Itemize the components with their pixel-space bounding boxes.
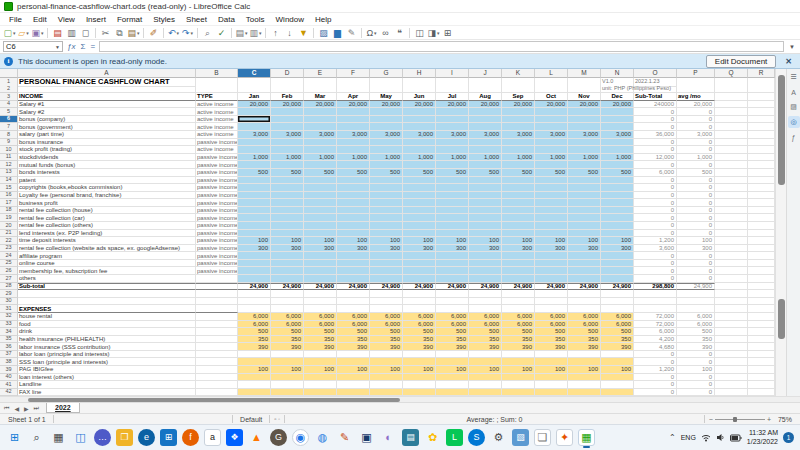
taskbar-task-view-icon[interactable]: ▦ — [50, 429, 67, 446]
value-cell[interactable] — [271, 146, 304, 154]
value-cell[interactable]: 6,000 — [535, 321, 568, 329]
value-cell[interactable] — [238, 389, 271, 396]
avg-header-cell[interactable]: avg /mo — [677, 93, 715, 101]
value-cell[interactable] — [403, 267, 436, 275]
row-header-4[interactable]: 4 — [0, 101, 18, 109]
value-cell[interactable]: 6,000 — [469, 321, 502, 329]
value-cell[interactable]: 350 — [304, 336, 337, 344]
taskbar-virtualbox-icon[interactable]: ▣ — [358, 429, 375, 446]
value-cell[interactable] — [337, 267, 370, 275]
value-cell[interactable]: 6,000 — [502, 321, 535, 329]
value-cell[interactable] — [535, 222, 568, 230]
subtotal-cell[interactable]: 0 — [634, 267, 677, 275]
row-header-38[interactable]: 38 — [0, 358, 18, 366]
zoom-slider[interactable]: − + — [709, 416, 771, 423]
value-cell[interactable] — [271, 381, 304, 389]
cell[interactable] — [238, 86, 271, 94]
value-cell[interactable] — [238, 108, 271, 116]
value-cell[interactable] — [568, 275, 601, 283]
value-cell[interactable] — [535, 389, 568, 396]
row-header-26[interactable]: 26 — [0, 267, 18, 275]
row-label-cell[interactable]: rental fee collection (car) — [18, 214, 196, 222]
value-cell[interactable]: 300 — [271, 245, 304, 253]
value-cell[interactable]: 390 — [403, 343, 436, 351]
value-cell[interactable] — [436, 358, 469, 366]
value-cell[interactable] — [337, 108, 370, 116]
cell[interactable] — [748, 207, 775, 215]
row-type-cell[interactable] — [196, 328, 238, 336]
value-cell[interactable] — [238, 177, 271, 185]
value-cell[interactable] — [568, 161, 601, 169]
cell[interactable] — [748, 237, 775, 245]
value-cell[interactable]: 350 — [469, 336, 502, 344]
save-icon[interactable]: ▣▾ — [31, 27, 44, 39]
cell[interactable] — [502, 290, 535, 298]
row-label-cell[interactable]: PAG IBIG fee — [18, 366, 196, 374]
cell[interactable] — [403, 305, 436, 313]
value-cell[interactable]: 500 — [502, 169, 535, 177]
value-cell[interactable]: 350 — [568, 336, 601, 344]
cell[interactable] — [601, 290, 634, 298]
value-cell[interactable] — [238, 123, 271, 131]
value-cell[interactable] — [535, 192, 568, 200]
cell[interactable] — [748, 139, 775, 147]
value-cell[interactable]: 3,000 — [535, 131, 568, 139]
value-cell[interactable]: 500 — [436, 169, 469, 177]
value-cell[interactable]: 20,000 — [370, 101, 403, 109]
value-cell[interactable]: 20,000 — [304, 101, 337, 109]
value-cell[interactable] — [502, 267, 535, 275]
value-cell[interactable] — [304, 108, 337, 116]
row-type-cell[interactable]: active income — [196, 108, 238, 116]
value-cell[interactable]: 20,000 — [337, 101, 370, 109]
value-cell[interactable] — [403, 389, 436, 396]
value-cell[interactable]: 300 — [403, 245, 436, 253]
value-cell[interactable]: 6,000 — [535, 313, 568, 321]
value-cell[interactable]: 100 — [568, 366, 601, 374]
cell[interactable] — [403, 298, 436, 306]
value-cell[interactable] — [502, 222, 535, 230]
row-header-41[interactable]: 41 — [0, 381, 18, 389]
row-label-cell[interactable]: salary (part time) — [18, 131, 196, 139]
row-header-21[interactable]: 21 — [0, 230, 18, 238]
taskbar-start-icon[interactable]: ⊞ — [6, 429, 23, 446]
cell[interactable] — [337, 298, 370, 306]
row-type-cell[interactable]: active income — [196, 101, 238, 109]
row-label-cell[interactable]: membership fee, subscription fee — [18, 267, 196, 275]
value-cell[interactable]: 6,000 — [568, 313, 601, 321]
cell[interactable] — [748, 146, 775, 154]
subtotal-sum-cell[interactable]: 298,800 — [634, 283, 677, 291]
cell[interactable] — [677, 305, 715, 313]
value-cell[interactable]: 3,000 — [436, 131, 469, 139]
row-header-22[interactable]: 22 — [0, 237, 18, 245]
row-type-cell[interactable]: passive income — [196, 245, 238, 253]
value-cell[interactable] — [337, 252, 370, 260]
value-cell[interactable] — [502, 161, 535, 169]
value-cell[interactable]: 300 — [304, 245, 337, 253]
cell[interactable] — [715, 169, 748, 177]
value-cell[interactable] — [238, 192, 271, 200]
value-cell[interactable] — [601, 123, 634, 131]
value-cell[interactable]: 100 — [403, 237, 436, 245]
subtotal-cell[interactable]: 4,200 — [634, 336, 677, 344]
value-cell[interactable] — [271, 389, 304, 396]
value-cell[interactable]: 300 — [601, 245, 634, 253]
cell[interactable] — [715, 214, 748, 222]
row-type-cell[interactable]: passive income — [196, 207, 238, 215]
cell[interactable] — [748, 260, 775, 268]
value-cell[interactable] — [601, 146, 634, 154]
value-cell[interactable] — [436, 252, 469, 260]
undo-icon[interactable]: ↶▾ — [167, 27, 180, 39]
value-cell[interactable] — [271, 116, 304, 124]
value-cell[interactable] — [535, 146, 568, 154]
value-cell[interactable] — [337, 260, 370, 268]
value-cell[interactable]: 100 — [337, 237, 370, 245]
subtotal-avg-cell[interactable]: 24,900 — [677, 283, 715, 291]
value-cell[interactable] — [370, 139, 403, 147]
clone-formatting-icon[interactable]: ✐ — [147, 27, 160, 39]
income-subtotal-label-cell[interactable]: Sub-total — [18, 283, 196, 291]
cut-icon[interactable]: ✂ — [99, 27, 112, 39]
value-cell[interactable] — [436, 351, 469, 359]
value-cell[interactable] — [403, 222, 436, 230]
value-cell[interactable]: 6,000 — [568, 321, 601, 329]
value-cell[interactable] — [535, 161, 568, 169]
